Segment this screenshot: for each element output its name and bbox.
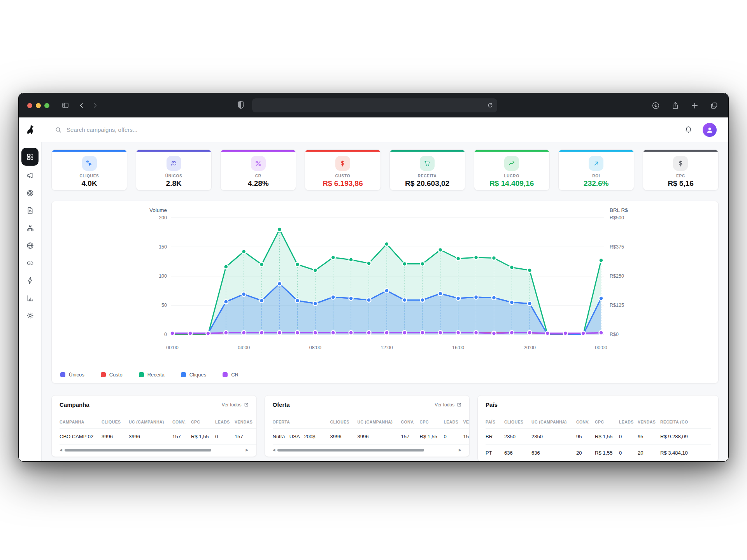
column-header: LEADS <box>444 414 463 429</box>
horizontal-scrollbar[interactable]: ◀▶ <box>265 445 470 457</box>
column-header: CONV. <box>401 414 420 429</box>
table-cell: 0 <box>619 429 638 445</box>
column-header: CLIQUES <box>504 414 531 429</box>
user-avatar[interactable] <box>703 123 717 137</box>
dog-logo[interactable] <box>19 124 42 135</box>
table-row: PT63663620R$ 1,55020R$ 3.484,10 <box>486 445 711 461</box>
svg-text:R$375: R$375 <box>610 244 624 250</box>
stat-label: ÚNICOS <box>136 174 211 178</box>
stat-card-epc[interactable]: EPCR$ 5,16 <box>643 149 719 191</box>
sidebar-item-gear-icon[interactable] <box>21 307 39 324</box>
traffic-lights <box>27 103 49 108</box>
tab-overview-icon[interactable] <box>707 100 721 111</box>
stat-card-roi[interactable]: ROI232.6% <box>558 149 634 191</box>
legend-item-cr[interactable]: CR <box>223 372 238 378</box>
downloads-icon[interactable] <box>649 100 662 111</box>
table-cell: 636 <box>531 445 576 461</box>
scroll-left-arrow[interactable]: ◀ <box>60 448 62 452</box>
sidebar-item-sitemap-icon[interactable] <box>21 219 39 236</box>
new-tab-icon[interactable] <box>688 100 701 111</box>
close-window-button[interactable] <box>27 103 32 108</box>
legend-item-cliques[interactable]: Cliques <box>181 372 206 378</box>
column-header: CPC <box>420 414 444 429</box>
ver-todos-link[interactable]: Ver todos <box>435 402 461 408</box>
click-icon <box>82 156 97 171</box>
address-bar[interactable] <box>252 98 497 112</box>
table-cell: 20 <box>638 445 660 461</box>
back-button[interactable] <box>75 100 88 111</box>
table-cell: CBO CAMP 02 <box>60 429 102 445</box>
column-header: PAÍS <box>486 414 504 429</box>
globe-icon <box>26 242 34 250</box>
browser-titlebar <box>19 93 728 117</box>
minimize-window-button[interactable] <box>36 103 41 108</box>
table-cell: R$ 1,55 <box>595 429 619 445</box>
legend-item-receita[interactable]: Receita <box>139 372 165 378</box>
horizontal-scrollbar[interactable]: ◀▶ <box>52 445 256 457</box>
stat-value: R$ 20.603,02 <box>390 179 465 188</box>
ver-todos-link[interactable]: Ver todos <box>222 402 249 408</box>
zoom-window-button[interactable] <box>44 103 49 108</box>
reload-icon[interactable] <box>487 102 493 108</box>
stat-card-únicos[interactable]: ÚNICOS2.8K <box>136 149 212 191</box>
sidebar-item-lightning-icon[interactable] <box>21 272 39 289</box>
forward-button[interactable] <box>88 100 102 111</box>
table-cell: 636 <box>504 445 531 461</box>
scrollbar-thumb[interactable] <box>277 449 424 452</box>
bell-icon[interactable] <box>684 126 693 134</box>
sitemap-icon <box>26 224 34 232</box>
table-cell: 157 <box>401 429 420 445</box>
column-header: VENDAS <box>235 414 256 429</box>
stat-card-receita[interactable]: RECEITAR$ 20.603,02 <box>389 149 465 191</box>
column-header: UC (CAMPANHA) <box>129 414 172 429</box>
card-accent-bar <box>136 150 211 152</box>
legend-swatch <box>223 372 228 377</box>
legend-swatch <box>101 372 106 377</box>
sidebar-item-file-code-icon[interactable] <box>21 202 39 219</box>
legend-item-custo[interactable]: Custo <box>101 372 123 378</box>
stat-cards-row: CLIQUES4.0KÚNICOS2.8KCR4.28%CUSTOR$ 6.19… <box>51 149 719 191</box>
svg-text:0: 0 <box>164 332 167 337</box>
stat-label: LUCRO <box>474 174 549 178</box>
table-card-país: PaísPAÍSCLIQUESUC (CAMPANHA)CONV.CPCLEAD… <box>477 395 719 461</box>
table-cell: R$ 9.288,09 <box>660 429 711 445</box>
stat-card-lucro[interactable]: LUCROR$ 14.409,16 <box>474 149 550 191</box>
sidebar-item-target-icon[interactable] <box>21 184 39 201</box>
scroll-right-arrow[interactable]: ▶ <box>459 448 461 452</box>
stat-label: RECEITA <box>390 174 465 178</box>
stat-card-cliques[interactable]: CLIQUES4.0K <box>51 149 127 191</box>
scroll-left-arrow[interactable]: ◀ <box>273 448 275 452</box>
stat-value: R$ 6.193,86 <box>305 179 380 188</box>
table-cell: BR <box>486 429 504 445</box>
stat-label: EPC <box>643 174 718 178</box>
table-cell: 20 <box>576 445 595 461</box>
sidebar-item-link-icon[interactable] <box>21 254 39 271</box>
table-cell: R$ 3.484,10 <box>660 445 711 461</box>
sidebar-item-dashboard-icon[interactable] <box>21 148 39 166</box>
sidebar-item-bar-chart-icon[interactable] <box>21 289 39 306</box>
card-accent-bar <box>305 150 380 152</box>
svg-text:04:00: 04:00 <box>238 345 250 350</box>
table-cell: 0 <box>619 445 638 461</box>
table-cell: R$ 1,55 <box>420 429 444 445</box>
legend-swatch <box>181 372 186 377</box>
table-row: CBO CAMP 0239963996157R$ 1,550157R <box>60 429 256 445</box>
table-cell: 3996 <box>129 429 172 445</box>
sidebar-toggle-icon[interactable] <box>59 100 72 111</box>
table-cell: 3996 <box>102 429 129 445</box>
legend-label: CR <box>231 372 238 378</box>
share-icon[interactable] <box>668 100 682 111</box>
sidebar-item-megaphone-icon[interactable] <box>21 167 39 184</box>
legend-item-únicos[interactable]: Únicos <box>60 372 84 378</box>
stat-card-custo[interactable]: CUSTOR$ 6.193,86 <box>305 149 381 191</box>
scrollbar-thumb[interactable] <box>65 449 211 452</box>
svg-text:12:00: 12:00 <box>381 345 393 350</box>
stat-card-cr[interactable]: CR4.28% <box>220 149 296 191</box>
privacy-shield-icon[interactable] <box>237 100 245 110</box>
sidebar-item-globe-icon[interactable] <box>21 237 39 254</box>
gear-icon <box>26 312 34 320</box>
users-icon <box>167 156 181 171</box>
search-input[interactable] <box>67 126 230 133</box>
scroll-right-arrow[interactable]: ▶ <box>246 448 249 452</box>
column-header: LEADS <box>215 414 235 429</box>
